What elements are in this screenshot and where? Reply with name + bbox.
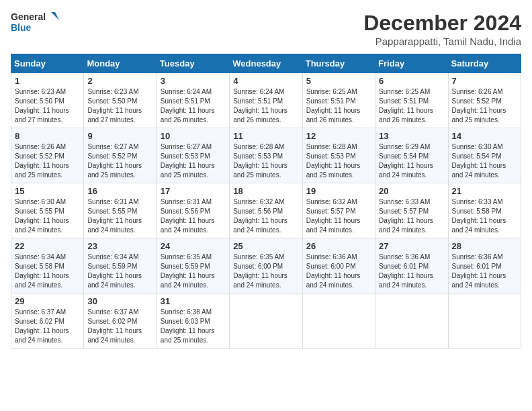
cell-content: Sunrise: 6:32 AMSunset: 5:57 PMDaylight:… [306,197,371,235]
calendar-cell: 4 Sunrise: 6:24 AMSunset: 5:51 PMDayligh… [230,73,302,128]
column-header-saturday: Saturday [448,54,521,73]
column-header-friday: Friday [375,54,448,73]
day-number: 8 [15,131,80,141]
cell-content: Sunrise: 6:36 AMSunset: 6:01 PMDaylight:… [379,253,444,290]
cell-content: Sunrise: 6:34 AMSunset: 5:59 PMDaylight:… [87,253,152,290]
calendar-cell: 6 Sunrise: 6:25 AMSunset: 5:51 PMDayligh… [375,73,448,128]
column-header-sunday: Sunday [11,54,84,73]
day-number: 24 [161,241,226,251]
calendar-cell: 28 Sunrise: 6:36 AMSunset: 6:01 PMDaylig… [448,238,521,293]
cell-content: Sunrise: 6:37 AMSunset: 6:02 PMDaylight:… [87,308,152,345]
cell-content: Sunrise: 6:30 AMSunset: 5:54 PMDaylight:… [452,142,517,180]
calendar-week-row: 15 Sunrise: 6:30 AMSunset: 5:55 PMDaylig… [11,183,521,238]
calendar-week-row: 22 Sunrise: 6:34 AMSunset: 5:58 PMDaylig… [11,238,521,293]
day-number: 6 [379,76,444,86]
day-number: 7 [452,76,517,86]
title-area: December 2024 Papparappatti, Tamil Nadu,… [363,11,521,47]
day-number: 21 [452,186,517,196]
calendar-cell: 17 Sunrise: 6:31 AMSunset: 5:56 PMDaylig… [157,183,229,238]
cell-content: Sunrise: 6:28 AMSunset: 5:53 PMDaylight:… [233,142,298,180]
calendar-cell: 24 Sunrise: 6:35 AMSunset: 5:59 PMDaylig… [157,238,229,293]
calendar-cell: 7 Sunrise: 6:26 AMSunset: 5:52 PMDayligh… [448,73,521,128]
calendar-cell: 9 Sunrise: 6:27 AMSunset: 5:52 PMDayligh… [84,128,157,183]
day-number: 16 [87,186,152,196]
calendar-cell: 8 Sunrise: 6:26 AMSunset: 5:52 PMDayligh… [11,128,84,183]
column-header-monday: Monday [84,54,157,73]
cell-content: Sunrise: 6:27 AMSunset: 5:53 PMDaylight:… [161,142,226,180]
day-number: 30 [87,296,152,306]
day-number: 27 [379,241,444,251]
calendar-cell: 13 Sunrise: 6:29 AMSunset: 5:54 PMDaylig… [375,128,448,183]
calendar-cell: 10 Sunrise: 6:27 AMSunset: 5:53 PMDaylig… [157,128,229,183]
calendar-cell: 16 Sunrise: 6:31 AMSunset: 5:55 PMDaylig… [84,183,157,238]
day-number: 25 [233,241,298,251]
calendar-cell: 30 Sunrise: 6:37 AMSunset: 6:02 PMDaylig… [84,293,157,349]
cell-content: Sunrise: 6:35 AMSunset: 5:59 PMDaylight:… [161,253,226,290]
calendar-cell: 19 Sunrise: 6:32 AMSunset: 5:57 PMDaylig… [302,183,375,238]
day-number: 12 [306,131,371,141]
cell-content: Sunrise: 6:23 AMSunset: 5:50 PMDaylight:… [87,87,152,125]
cell-content: Sunrise: 6:26 AMSunset: 5:52 PMDaylight:… [15,142,80,180]
day-number: 17 [161,186,226,196]
calendar-week-row: 8 Sunrise: 6:26 AMSunset: 5:52 PMDayligh… [11,128,521,183]
calendar-cell [448,293,521,349]
cell-content: Sunrise: 6:24 AMSunset: 5:51 PMDaylight:… [161,87,226,125]
column-header-thursday: Thursday [302,54,375,73]
cell-content: Sunrise: 6:31 AMSunset: 5:56 PMDaylight:… [161,197,226,235]
cell-content: Sunrise: 6:35 AMSunset: 6:00 PMDaylight:… [233,253,298,290]
calendar-cell: 31 Sunrise: 6:38 AMSunset: 6:03 PMDaylig… [157,293,229,349]
calendar-cell: 1 Sunrise: 6:23 AMSunset: 5:50 PMDayligh… [11,73,84,128]
day-number: 11 [233,131,298,141]
svg-text:General: General [11,11,46,22]
cell-content: Sunrise: 6:33 AMSunset: 5:57 PMDaylight:… [379,197,444,235]
day-number: 3 [161,76,226,86]
day-number: 5 [306,76,371,86]
general-blue-logo-icon: GeneralBlue [11,11,64,34]
cell-content: Sunrise: 6:23 AMSunset: 5:50 PMDaylight:… [15,87,80,125]
cell-content: Sunrise: 6:37 AMSunset: 6:02 PMDaylight:… [15,308,80,345]
calendar-cell: 11 Sunrise: 6:28 AMSunset: 5:53 PMDaylig… [230,128,302,183]
day-number: 13 [379,131,444,141]
day-number: 19 [306,186,371,196]
day-number: 23 [87,241,152,251]
calendar-cell: 5 Sunrise: 6:25 AMSunset: 5:51 PMDayligh… [302,73,375,128]
calendar-cell: 15 Sunrise: 6:30 AMSunset: 5:55 PMDaylig… [11,183,84,238]
column-header-tuesday: Tuesday [157,54,229,73]
day-number: 2 [87,76,152,86]
day-number: 18 [233,186,298,196]
day-number: 22 [15,241,80,251]
svg-marker-2 [51,12,59,20]
cell-content: Sunrise: 6:30 AMSunset: 5:55 PMDaylight:… [15,197,80,235]
cell-content: Sunrise: 6:29 AMSunset: 5:54 PMDaylight:… [379,142,444,180]
day-number: 20 [379,186,444,196]
calendar-cell: 25 Sunrise: 6:35 AMSunset: 6:00 PMDaylig… [230,238,302,293]
day-number: 15 [15,186,80,196]
calendar-cell: 27 Sunrise: 6:36 AMSunset: 6:01 PMDaylig… [375,238,448,293]
calendar-week-row: 29 Sunrise: 6:37 AMSunset: 6:02 PMDaylig… [11,293,521,349]
calendar-cell [375,293,448,349]
page-header: GeneralBlue December 2024 Papparappatti,… [11,11,521,47]
calendar-cell [230,293,302,349]
cell-content: Sunrise: 6:36 AMSunset: 6:00 PMDaylight:… [306,253,371,290]
day-number: 28 [452,241,517,251]
day-number: 1 [15,76,80,86]
calendar-cell: 21 Sunrise: 6:33 AMSunset: 5:58 PMDaylig… [448,183,521,238]
day-number: 26 [306,241,371,251]
location-title: Papparappatti, Tamil Nadu, India [363,36,521,47]
day-number: 31 [161,296,226,306]
day-number: 9 [87,131,152,141]
day-number: 4 [233,76,298,86]
calendar-cell: 20 Sunrise: 6:33 AMSunset: 5:57 PMDaylig… [375,183,448,238]
day-number: 14 [452,131,517,141]
cell-content: Sunrise: 6:34 AMSunset: 5:58 PMDaylight:… [15,253,80,290]
cell-content: Sunrise: 6:36 AMSunset: 6:01 PMDaylight:… [452,253,517,290]
day-number: 10 [161,131,226,141]
calendar-cell: 12 Sunrise: 6:28 AMSunset: 5:53 PMDaylig… [302,128,375,183]
calendar-cell: 2 Sunrise: 6:23 AMSunset: 5:50 PMDayligh… [84,73,157,128]
month-title: December 2024 [363,11,521,36]
calendar-cell: 29 Sunrise: 6:37 AMSunset: 6:02 PMDaylig… [11,293,84,349]
day-number: 29 [15,296,80,306]
column-header-wednesday: Wednesday [230,54,302,73]
calendar-cell: 14 Sunrise: 6:30 AMSunset: 5:54 PMDaylig… [448,128,521,183]
calendar-cell: 26 Sunrise: 6:36 AMSunset: 6:00 PMDaylig… [302,238,375,293]
